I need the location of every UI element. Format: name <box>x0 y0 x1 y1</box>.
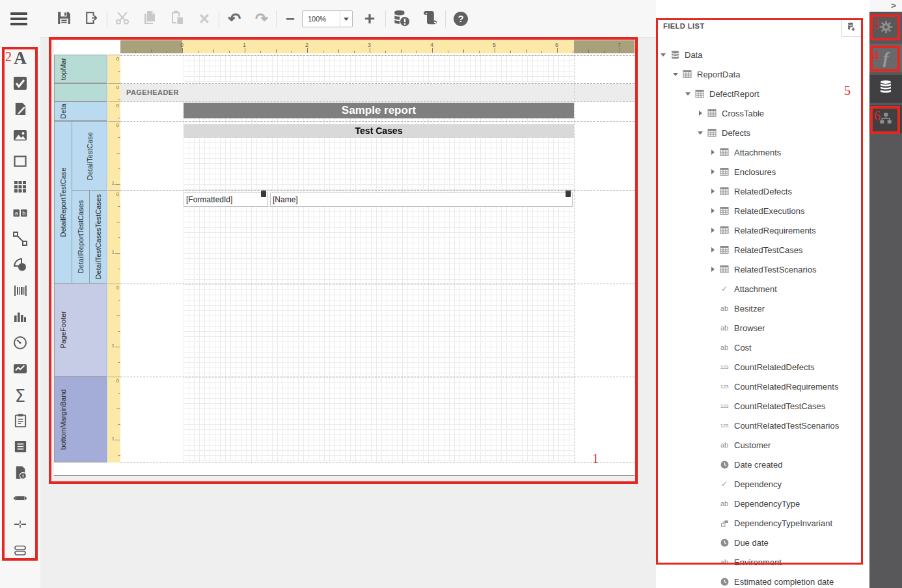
tree-item[interactable]: RelatedTestScenarios <box>656 260 869 279</box>
band-row-top-margin[interactable] <box>120 55 635 83</box>
band-label-bottom-margin[interactable]: bottomMarginBand <box>54 376 107 462</box>
report-title-label[interactable]: Sample report <box>184 103 574 118</box>
save-button[interactable] <box>52 7 75 31</box>
tree-item[interactable]: ✓Attachment <box>656 279 869 299</box>
chevron-down-icon[interactable] <box>670 73 681 76</box>
page-info-tool[interactable] <box>0 461 40 487</box>
picture-tool[interactable] <box>0 124 40 150</box>
chevron-down-icon[interactable] <box>657 53 669 57</box>
summary-tool[interactable]: Σ <box>0 383 40 409</box>
tree-item[interactable]: Enclosures <box>656 162 869 181</box>
tree-item[interactable]: DefectReport <box>656 84 869 103</box>
panel-tool[interactable] <box>0 150 40 176</box>
tree-item[interactable]: CrossTable <box>656 103 869 123</box>
tree-item[interactable]: Data <box>656 45 869 64</box>
barcode-tool[interactable] <box>0 279 40 305</box>
tree-item[interactable]: 123CountRelatedTestScenarios <box>656 416 869 435</box>
chevron-right-icon[interactable] <box>707 150 718 155</box>
chart-tool[interactable] <box>0 305 40 331</box>
help-button[interactable]: ? <box>449 7 472 31</box>
band-label-detail-test-cases-test-cases[interactable]: DetailTestCasesTestCases <box>89 190 107 284</box>
band-row-detail-test-case[interactable]: Test Cases <box>120 122 635 190</box>
clipboard-tool[interactable] <box>0 408 40 434</box>
tree-item[interactable]: abBesitzer <box>656 299 869 318</box>
band-row-detail[interactable]: Sample report <box>120 102 635 121</box>
chevron-right-icon[interactable] <box>707 169 718 174</box>
field-name-textbox[interactable]: [Name] <box>270 193 573 207</box>
field-formattedid-textbox[interactable]: [FormattedId] <box>184 193 268 207</box>
band-label-top-margin[interactable]: topMar <box>54 55 107 83</box>
table-tool[interactable] <box>0 175 40 201</box>
tree-item[interactable]: abCost <box>656 338 869 357</box>
band-row-detail-report-test-cases[interactable]: [FormattedId] [Name] <box>120 191 635 284</box>
band-label-detail-report-test-case[interactable]: DetailReportTestCase <box>54 121 72 284</box>
cross-band-tool[interactable] <box>0 487 40 513</box>
toc-tool[interactable] <box>0 434 40 461</box>
chevron-right-icon[interactable] <box>707 228 718 233</box>
chevron-right-icon[interactable] <box>707 208 718 213</box>
tree-item[interactable]: abCustomer <box>656 435 869 455</box>
tree-item[interactable]: abBrowser <box>656 318 869 338</box>
report-structure-button[interactable] <box>869 105 902 133</box>
band-label-page-header[interactable] <box>54 83 107 101</box>
undo-button[interactable]: ↶ <box>223 7 246 31</box>
tree-item[interactable]: RelatedRequirements <box>656 220 869 240</box>
tree-item[interactable]: Attachments <box>656 142 869 162</box>
chevron-right-icon[interactable] <box>694 111 706 116</box>
band-label-detail-test-case[interactable]: DetailTestCase <box>72 121 107 191</box>
tree-item[interactable]: abDependencyType <box>656 494 869 513</box>
band-row-page-header[interactable]: PAGEHEADER <box>120 84 635 101</box>
band-row-bottom-margin[interactable] <box>120 377 635 462</box>
delete-button[interactable]: × <box>193 7 216 31</box>
label-tool[interactable]: A <box>0 46 40 72</box>
tree-item[interactable]: Estimated completion date <box>656 572 869 588</box>
line-tool[interactable] <box>0 227 40 253</box>
page-break-tool[interactable] <box>0 513 40 539</box>
chevron-right-icon[interactable] <box>707 267 718 272</box>
collapse-panel-chevron[interactable]: > <box>886 0 901 12</box>
checkbox-tool[interactable] <box>0 72 40 98</box>
tree-item[interactable]: abEnvironment <box>656 552 869 572</box>
band-label-page-footer[interactable]: PageFooter <box>54 283 107 377</box>
settings-button[interactable] <box>869 14 902 42</box>
tree-item[interactable]: Defects <box>656 123 869 142</box>
script-button[interactable] <box>418 7 441 31</box>
chevron-down-icon[interactable] <box>682 92 694 96</box>
menu-button[interactable] <box>10 12 29 27</box>
chevron-down-icon[interactable] <box>694 131 706 135</box>
tree-item[interactable]: ✓Dependency <box>656 474 869 494</box>
band-label-detail-report-test-cases[interactable]: DetailReportTestCases <box>72 190 90 284</box>
field-list-options-button[interactable] <box>841 18 862 37</box>
tree-item[interactable]: 123CountRelatedRequirements <box>656 377 869 396</box>
tree-item[interactable]: 123CountRelatedDefects <box>656 357 869 377</box>
group-header-label[interactable]: Test Cases <box>184 124 574 138</box>
redo-button[interactable]: ↷ <box>250 7 273 31</box>
tree-item[interactable]: RelatedTestCases <box>656 240 869 260</box>
tree-item[interactable]: RelatedExecutions <box>656 201 869 220</box>
character-comb-tool[interactable]: ab <box>0 201 40 227</box>
subreport-tool[interactable] <box>0 539 40 565</box>
design-surface[interactable]: 01234567 00001010101 PAGEHEADER Sample r… <box>54 40 635 476</box>
tree-item[interactable]: Date created <box>656 455 869 474</box>
paste-button[interactable] <box>165 7 189 31</box>
chevron-right-icon[interactable] <box>707 247 718 252</box>
tree-item[interactable]: DependencyTypeInvariant <box>656 513 869 533</box>
tree-item[interactable]: 123CountRelatedTestCases <box>656 396 869 416</box>
tree-item[interactable]: RelatedDefects <box>656 181 869 201</box>
shape-tool[interactable] <box>0 253 40 279</box>
sparkline-tool[interactable] <box>0 357 40 383</box>
chevron-right-icon[interactable] <box>707 189 718 194</box>
tree-item[interactable]: Due date <box>656 533 869 552</box>
zoom-in-button[interactable]: + <box>358 7 381 31</box>
richtext-tool[interactable] <box>0 98 40 124</box>
tree-item[interactable]: ReportData <box>656 64 869 84</box>
export-button[interactable] <box>79 7 103 31</box>
band-row-page-footer[interactable] <box>120 284 635 377</box>
zoom-level-select[interactable]: 100% <box>302 10 353 27</box>
data-dictionary-button[interactable] <box>869 75 902 103</box>
cut-button[interactable] <box>111 7 134 31</box>
zoom-out-button[interactable]: − <box>279 7 302 31</box>
expressions-button[interactable]: f <box>869 44 902 72</box>
copy-button[interactable] <box>138 7 161 31</box>
band-label-detail[interactable]: Deta <box>54 101 107 121</box>
